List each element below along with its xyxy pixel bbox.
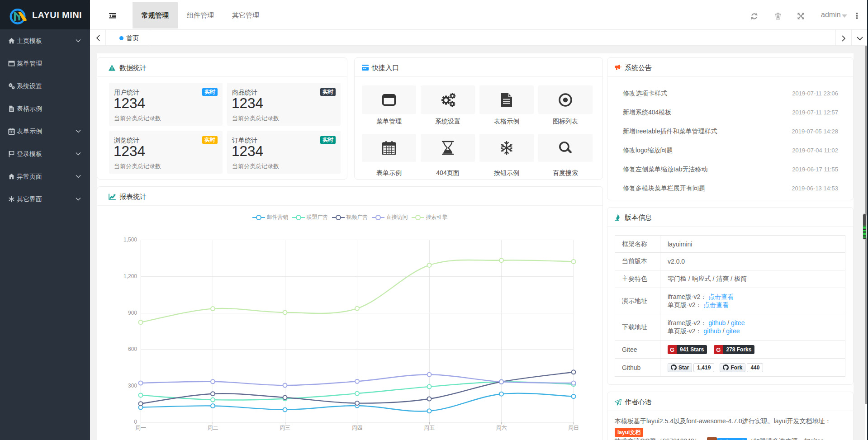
svg-text:300: 300 [128,383,137,389]
svg-text:900: 900 [128,310,137,316]
svg-text:1,500: 1,500 [123,237,137,243]
svg-text:周三: 周三 [280,425,290,431]
svg-text:1,200: 1,200 [123,273,137,279]
svg-text:周一: 周一 [135,425,146,431]
svg-text:周日: 周日 [568,425,579,431]
svg-text:周二: 周二 [208,425,218,431]
svg-text:0: 0 [134,419,137,425]
svg-text:600: 600 [128,346,137,352]
svg-text:周四: 周四 [352,425,363,431]
svg-text:周六: 周六 [496,425,507,431]
svg-text:周五: 周五 [424,425,435,431]
